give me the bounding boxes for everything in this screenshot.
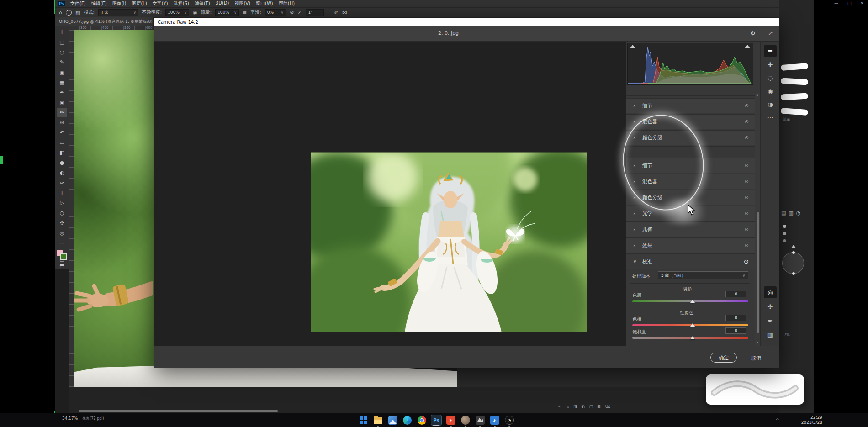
frame-tool[interactable]: ▦ (57, 78, 67, 87)
eraser-tool[interactable]: ▭ (57, 138, 67, 148)
brush-preset-icon[interactable] (66, 10, 72, 16)
crop-tool[interactable]: ▣ (57, 68, 67, 77)
brush-settings-icon[interactable]: ✐ (334, 10, 338, 16)
healing-brush-tool[interactable]: ◉ (57, 98, 67, 107)
pen-tool[interactable]: ✑ (57, 178, 67, 188)
eye-icon[interactable]: ⊙ (745, 119, 749, 125)
menu-item[interactable]: 窗口(W) (256, 0, 273, 7)
saturation-value[interactable]: 0 (725, 327, 746, 334)
opacity-select[interactable]: 100%∨ (165, 9, 189, 16)
menu-item[interactable]: 文字(Y) (153, 0, 168, 7)
smooth-select[interactable]: 0%∨ (265, 9, 286, 16)
eye-icon[interactable]: ⊙ (745, 103, 749, 109)
airbrush-icon[interactable]: ≋ (243, 10, 247, 16)
layer-mask-icon[interactable]: ◨ (573, 404, 577, 409)
marquee-tool[interactable]: ▢ (57, 37, 67, 47)
round-app-icon[interactable] (460, 415, 471, 426)
section-0[interactable]: ›细节⊙ (626, 98, 755, 113)
obs-icon[interactable]: ◔ (504, 415, 515, 426)
mode-select[interactable]: 正常∨ (98, 9, 138, 16)
shape-tool[interactable]: ○ (57, 208, 67, 218)
taskbar-clock[interactable]: 22:29 2023/3/28 (786, 415, 822, 425)
symmetry-butterfly-icon[interactable]: ⋈ (342, 10, 347, 16)
eye-icon[interactable]: ⊙ (745, 227, 749, 232)
new-layer-icon[interactable]: ⊞ (597, 404, 601, 409)
screen-mode-icon[interactable]: ⬒ (57, 263, 67, 269)
panel-toggle-icon[interactable]: ▨ (75, 10, 80, 16)
scrollbar-thumb[interactable] (757, 212, 759, 333)
pressure-opacity-icon[interactable]: ◉ (193, 10, 197, 16)
chevron-right-icon[interactable]: › (633, 103, 639, 108)
menu-item[interactable]: 文件(F) (70, 0, 86, 7)
document-canvas[interactable] (74, 30, 154, 387)
masking-icon[interactable]: ◌ (764, 72, 777, 84)
tint-slider[interactable] (632, 300, 748, 302)
history-brush-tool[interactable]: ↶ (57, 128, 67, 137)
hand-tool[interactable]: ✣ (57, 218, 67, 228)
menu-item[interactable]: 滤镜(T) (195, 0, 210, 7)
quick-selection-tool[interactable]: ✎ (57, 58, 67, 67)
presets-icon[interactable]: ◑ (764, 98, 777, 110)
brush-tool[interactable]: ✏ (57, 108, 67, 117)
blue-app-icon[interactable]: ◭ (489, 415, 500, 426)
brush-stroke-thumbnail[interactable] (781, 63, 809, 71)
eye-icon[interactable]: ⊙ (745, 135, 749, 141)
path-select-tool[interactable]: ▷ (57, 198, 67, 208)
menu-item[interactable]: 图像(I) (112, 0, 127, 7)
home-icon[interactable]: ⌂ (59, 10, 62, 16)
zoom-tool[interactable]: ◎ (57, 228, 67, 238)
chevron-right-icon[interactable]: › (633, 227, 639, 232)
section-7[interactable]: ›几何⊙ (626, 221, 755, 237)
red-eye-icon[interactable]: ◉ (764, 85, 777, 97)
minimize-button[interactable]: — (834, 1, 838, 5)
healing-icon[interactable]: ✚ (764, 58, 777, 70)
eyedropper-tool[interactable]: ✒ (57, 88, 67, 97)
flow-select[interactable]: 100%∨ (215, 9, 239, 16)
layer-group-icon[interactable]: ▢ (589, 404, 593, 409)
chevron-right-icon[interactable]: › (633, 243, 639, 248)
eye-icon[interactable]: ⊙ (745, 211, 749, 216)
dark-app-icon[interactable] (475, 415, 486, 426)
delete-layer-icon[interactable]: ⌫ (604, 404, 610, 409)
eye-icon[interactable]: ⊙ (745, 195, 749, 200)
angle-input[interactable]: 1° (306, 9, 324, 16)
more-icon[interactable]: ⋯ (764, 111, 777, 123)
section-expanded-9[interactable]: ∨校准⊙ (626, 253, 755, 269)
color-wheel[interactable] (782, 252, 804, 274)
lasso-tool[interactable]: ◌ (57, 47, 67, 57)
background-color-swatch[interactable] (60, 253, 67, 260)
type-tool[interactable]: T (57, 188, 67, 198)
color-swatches[interactable] (57, 250, 68, 256)
brush-stroke-thumbnail[interactable] (781, 93, 809, 100)
zoom-tool-icon[interactable]: ◎ (764, 286, 777, 298)
saturation-slider[interactable] (632, 337, 748, 339)
chevron-down-icon[interactable]: ∨ (633, 259, 639, 264)
dodge-tool[interactable]: ◐ (57, 168, 67, 178)
hue-slider[interactable] (632, 324, 748, 326)
tray-chevron-icon[interactable]: ^ (776, 418, 779, 422)
section-8[interactable]: ›效果⊙ (626, 237, 755, 253)
white-balance-icon[interactable]: ✒ (764, 315, 777, 327)
eye-icon[interactable]: ⊙ (744, 258, 749, 265)
adjustment-layer-icon[interactable]: ◐ (582, 404, 585, 409)
smoothing-options-icon[interactable]: ⚙ (290, 10, 294, 16)
layer-effects-icon[interactable]: fx (566, 404, 570, 409)
horizontal-scrollbar[interactable] (79, 410, 278, 412)
clone-stamp-tool[interactable]: ⊛ (57, 118, 67, 127)
menu-item[interactable]: 图层(L) (132, 0, 147, 7)
chrome-icon[interactable] (416, 415, 427, 426)
saturation-slider-thumb[interactable] (690, 336, 695, 339)
highlight-clipping-icon[interactable] (745, 45, 750, 48)
photoshop-taskbar-icon[interactable]: Ps (431, 415, 442, 426)
shadow-clipping-icon[interactable] (630, 45, 635, 48)
edit-icon[interactable]: ≡ (764, 45, 777, 57)
dock-panel-tabs[interactable]: ▤▥◔≡ (781, 210, 808, 216)
blur-tool[interactable]: ● (57, 158, 67, 168)
start-button[interactable] (358, 415, 369, 426)
eye-icon[interactable]: ⊙ (745, 242, 749, 248)
histogram[interactable] (627, 43, 753, 85)
menu-item[interactable]: 编辑(E) (91, 0, 107, 7)
tint-slider-thumb[interactable] (690, 300, 695, 303)
cancel-button[interactable]: 取消 (751, 355, 761, 362)
hue-value[interactable]: 0 (725, 315, 746, 321)
